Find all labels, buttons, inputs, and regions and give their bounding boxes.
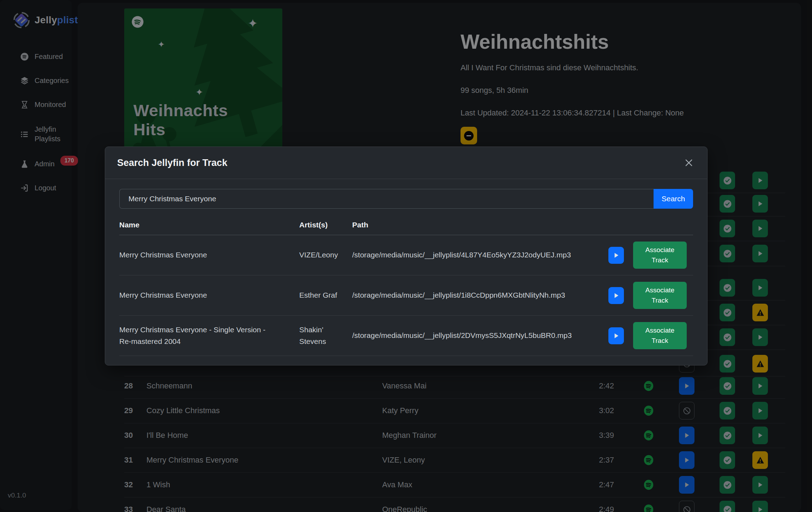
- modal-header: Search Jellyfin for Track: [105, 147, 707, 179]
- search-result-row: Merry Christmas EveryoneEsther Graf/stor…: [119, 275, 693, 316]
- modal-body: Search Name Artist(s) Path Merry Christm…: [105, 179, 707, 356]
- result-path: /storage/media/music/__jellyplist/2DVmys…: [352, 316, 608, 356]
- search-jellyfin-modal: Search Jellyfin for Track Search Name Ar…: [105, 147, 708, 365]
- associate-track-button[interactable]: Associate Track: [633, 242, 687, 269]
- column-header-artists: Artist(s): [299, 218, 352, 235]
- search-result-row: Merry Christmas EveryoneVIZE/Leony/stora…: [119, 235, 693, 275]
- result-name: Merry Christmas Everyone - Single Versio…: [119, 316, 299, 356]
- result-artists: Shakin' Stevens: [299, 316, 352, 356]
- result-name: Merry Christmas Everyone: [119, 235, 299, 275]
- modal-title: Search Jellyfin for Track: [117, 157, 227, 168]
- search-input-group: Search: [119, 189, 693, 209]
- column-header-path: Path: [352, 218, 608, 235]
- close-icon: [684, 158, 694, 168]
- close-button[interactable]: [682, 156, 695, 169]
- result-name: Merry Christmas Everyone: [119, 275, 299, 316]
- track-search-input[interactable]: [119, 189, 654, 209]
- play-icon: [613, 292, 620, 299]
- search-result-row: Merry Christmas Everyone - Single Versio…: [119, 316, 693, 356]
- result-artists: VIZE/Leony: [299, 235, 352, 275]
- result-path: /storage/media/music/__jellyplist/4L87Y4…: [352, 235, 608, 275]
- result-artists: Esther Graf: [299, 275, 352, 316]
- preview-play-button[interactable]: [608, 247, 624, 264]
- search-results-table: Name Artist(s) Path Merry Christmas Ever…: [119, 218, 693, 356]
- result-path: /storage/media/music/__jellyplist/1i8CcD…: [352, 275, 608, 316]
- associate-track-button[interactable]: Associate Track: [633, 282, 687, 309]
- column-header-name: Name: [119, 218, 299, 235]
- preview-play-button[interactable]: [608, 287, 624, 304]
- associate-track-button[interactable]: Associate Track: [633, 322, 687, 349]
- play-icon: [613, 252, 620, 259]
- search-button[interactable]: Search: [654, 189, 693, 209]
- play-icon: [613, 332, 620, 339]
- preview-play-button[interactable]: [608, 327, 624, 344]
